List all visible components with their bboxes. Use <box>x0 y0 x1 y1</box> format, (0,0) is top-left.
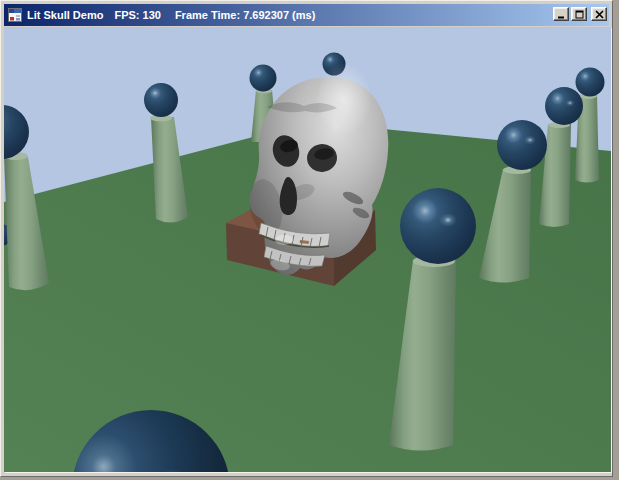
minimize-button[interactable] <box>553 7 569 21</box>
app-window: Lit Skull Demo FPS: 130 Frame Time: 7.69… <box>0 0 613 477</box>
window-title: Lit Skull Demo <box>27 9 103 21</box>
maximize-button[interactable] <box>571 7 587 21</box>
window-controls <box>551 7 607 21</box>
render-viewport[interactable] <box>4 27 611 472</box>
close-icon <box>595 10 604 19</box>
minimize-icon <box>557 10 566 19</box>
maximize-icon <box>575 10 584 19</box>
titlebar[interactable]: Lit Skull Demo FPS: 130 Frame Time: 7.69… <box>4 4 609 26</box>
app-icon <box>7 7 23 23</box>
scene-3d <box>4 27 611 472</box>
fps-counter: FPS: 130 <box>114 9 160 21</box>
frame-time-counter: Frame Time: 7.692307 (ms) <box>175 9 315 21</box>
close-button[interactable] <box>591 7 607 21</box>
